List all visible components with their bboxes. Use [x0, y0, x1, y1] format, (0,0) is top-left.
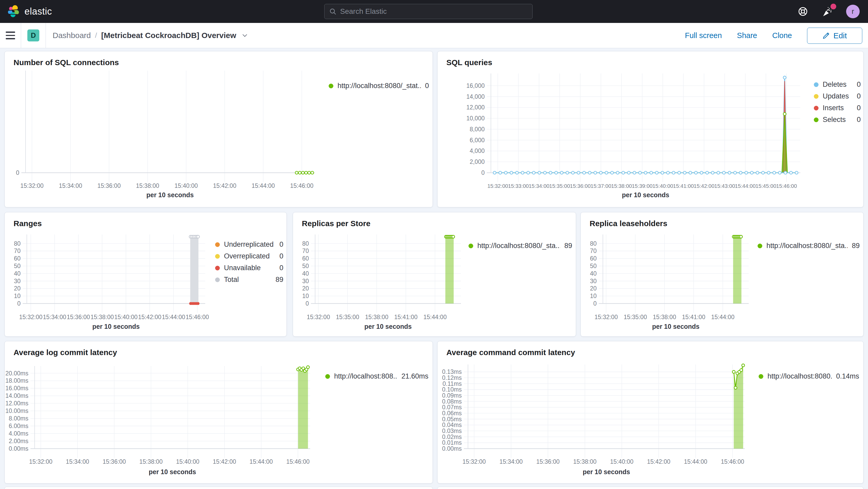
- clone-link[interactable]: Clone: [772, 31, 792, 40]
- legend-item[interactable]: Total89: [215, 276, 283, 284]
- legend-value: 0: [425, 82, 429, 90]
- legend-value: 89: [276, 276, 283, 284]
- search-input[interactable]: Search Elastic: [324, 4, 533, 19]
- svg-text:15:44:00: 15:44:00: [162, 314, 185, 320]
- user-avatar[interactable]: r: [846, 5, 860, 18]
- legend-item[interactable]: http://localhost:8080/_stat...0: [329, 82, 429, 90]
- chart-canvas: 0102030405060708015:32:0015:35:0015:38:0…: [581, 212, 864, 337]
- legend-item[interactable]: http://localhost:8080...0.14ms: [758, 372, 859, 380]
- legend-color-dot: [814, 118, 818, 122]
- avatar-initial: r: [851, 7, 854, 16]
- svg-text:15:42:00: 15:42:00: [213, 458, 236, 465]
- svg-text:15:46:00: 15:46:00: [186, 314, 209, 320]
- svg-text:14,000: 14,000: [466, 93, 485, 100]
- svg-text:15:40:00: 15:40:00: [175, 182, 198, 189]
- topbar-icons: r: [796, 0, 868, 23]
- svg-text:10,000: 10,000: [466, 115, 485, 122]
- svg-text:15:42:00: 15:42:00: [138, 314, 161, 320]
- legend-label: http://localhost:8080...: [768, 372, 832, 380]
- svg-text:60: 60: [302, 255, 309, 262]
- legend-color-dot: [757, 244, 762, 248]
- legend-item[interactable]: Unavailable0: [215, 264, 283, 272]
- panel-replica-leaseholders: Replica leaseholders0102030405060708015:…: [581, 212, 864, 337]
- elastic-logo: [7, 5, 20, 18]
- svg-text:0.03ms: 0.03ms: [442, 428, 462, 434]
- svg-text:40: 40: [302, 270, 309, 277]
- search-icon: [329, 8, 337, 15]
- svg-text:0.09ms: 0.09ms: [442, 392, 462, 399]
- legend-item[interactable]: http://localhost:808...21.60ms: [325, 372, 428, 380]
- chart-legend: http://localhost:8080/_sta...89: [468, 242, 572, 253]
- svg-text:15:43:00: 15:43:00: [714, 183, 735, 189]
- legend-label: Selects: [823, 116, 846, 124]
- chevron-down-icon[interactable]: [241, 32, 248, 39]
- legend-item[interactable]: http://localhost:8080/_sta...89: [757, 242, 860, 250]
- svg-text:15:41:00: 15:41:00: [673, 183, 694, 189]
- svg-text:15:32:00: 15:32:00: [29, 458, 53, 465]
- svg-text:15:42:00: 15:42:00: [213, 182, 237, 189]
- share-link[interactable]: Share: [737, 31, 757, 40]
- svg-text:per 10 seconds: per 10 seconds: [652, 323, 700, 330]
- legend-value: 89: [852, 242, 860, 250]
- legend-item[interactable]: Inserts0: [814, 104, 861, 112]
- page-title: [Metricbeat CockroachDB] Overview: [101, 31, 237, 40]
- legend-item[interactable]: Deletes0: [814, 81, 861, 89]
- legend-value: 0: [857, 116, 861, 124]
- svg-text:60: 60: [14, 255, 21, 262]
- legend-color-dot: [814, 82, 818, 87]
- svg-text:18.00ms: 18.00ms: [5, 377, 28, 384]
- edit-button[interactable]: Edit: [807, 28, 862, 44]
- svg-text:15:46:00: 15:46:00: [286, 458, 310, 465]
- newsfeed-button[interactable]: [821, 5, 835, 18]
- legend-item[interactable]: Selects0: [814, 116, 861, 124]
- svg-text:50: 50: [14, 263, 21, 269]
- svg-text:15:42:00: 15:42:00: [694, 183, 715, 189]
- svg-text:2.00ms: 2.00ms: [9, 438, 28, 445]
- legend-value: 0: [857, 81, 861, 89]
- svg-text:15:36:00: 15:36:00: [67, 314, 90, 320]
- legend-value: 89: [564, 242, 572, 250]
- next-row-panel-edge: [4, 487, 433, 489]
- svg-text:80: 80: [302, 240, 309, 247]
- svg-text:15:38:00: 15:38:00: [90, 314, 114, 320]
- svg-text:15:32:00: 15:32:00: [463, 458, 486, 465]
- menu-button[interactable]: [0, 23, 21, 48]
- legend-color-dot: [215, 242, 220, 247]
- svg-text:15:34:00: 15:34:00: [66, 458, 89, 465]
- dashboard-grid: Number of SQL connections015:32:0015:34:…: [0, 48, 868, 489]
- svg-text:50: 50: [302, 263, 309, 269]
- full-screen-link[interactable]: Full screen: [685, 31, 722, 40]
- legend-value: 0: [279, 241, 283, 248]
- svg-text:15:44:00: 15:44:00: [711, 314, 735, 320]
- panel-avg-log-commit-latency: Average log commit latency0.00ms2.00ms4.…: [4, 341, 433, 484]
- svg-text:15:32:00: 15:32:00: [19, 314, 42, 320]
- legend-item[interactable]: http://localhost:8080/_sta...89: [468, 242, 572, 250]
- legend-item[interactable]: Updates0: [814, 92, 861, 100]
- svg-text:15:38:00: 15:38:00: [611, 183, 632, 189]
- svg-text:15:35:00: 15:35:00: [624, 314, 647, 320]
- help-button[interactable]: [796, 5, 810, 18]
- panel-sql-connections: Number of SQL connections015:32:0015:34:…: [4, 51, 433, 207]
- svg-text:4,000: 4,000: [469, 148, 485, 154]
- legend-color-dot: [758, 374, 763, 379]
- svg-text:15:42:00: 15:42:00: [647, 458, 671, 465]
- svg-text:per 10 seconds: per 10 seconds: [583, 468, 630, 476]
- svg-text:15:46:00: 15:46:00: [721, 458, 744, 465]
- legend-color-dot: [329, 84, 333, 88]
- top-navigation-bar: elastic Search Elastic: [0, 0, 868, 23]
- help-life-ring-icon: [798, 6, 808, 17]
- dashboard-badge[interactable]: D: [27, 29, 39, 41]
- svg-text:0.07ms: 0.07ms: [442, 404, 462, 410]
- svg-text:15:44:00: 15:44:00: [249, 458, 273, 465]
- svg-text:per 10 seconds: per 10 seconds: [622, 191, 669, 198]
- svg-text:15:36:00: 15:36:00: [103, 458, 126, 465]
- svg-text:15:44:00: 15:44:00: [424, 314, 447, 320]
- legend-label: Underreplicated: [224, 241, 274, 248]
- legend-item[interactable]: Overreplicated0: [215, 252, 283, 260]
- legend-item[interactable]: Underreplicated0: [215, 241, 283, 248]
- svg-text:80: 80: [14, 240, 21, 247]
- svg-text:10: 10: [302, 293, 309, 299]
- svg-text:70: 70: [302, 247, 309, 254]
- breadcrumb-dashboard[interactable]: Dashboard: [53, 31, 91, 40]
- elastic-home-link[interactable]: elastic: [7, 5, 52, 18]
